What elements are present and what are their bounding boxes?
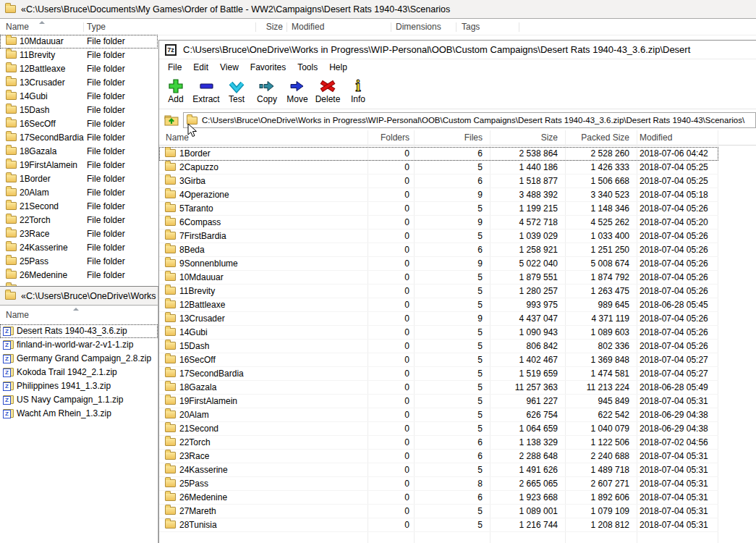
archive-row[interactable]: 19FirstAlamein05961 227945 8492018-07-04… [159,395,718,408]
zip-file-row[interactable]: Philippines 1941_1.3.zip [0,379,158,393]
menu-file[interactable]: File [163,61,188,74]
zip-file-row[interactable]: US Navy Campaign_1.1.zip [0,393,158,407]
zips-address-bar[interactable]: «C:\Users\Bruce\OneDrive\Works [0,287,158,306]
toolbar-delete-button[interactable]: Delete [313,75,343,109]
folder-type: File folder [87,201,125,211]
archive-row[interactable]: 5Taranto051 199 2151 148 3462018-07-04 0… [159,202,718,216]
folder-icon [165,218,176,226]
folder-row[interactable]: 20AlamFile folder [0,186,158,200]
folder-row[interactable]: 16SecOffFile folder [0,117,158,131]
folder-row[interactable]: 1BorderFile folder [0,172,158,186]
folder-row[interactable]: 21SecondFile folder [0,200,158,214]
folder-row[interactable]: 25PassFile folder [0,255,158,269]
archive-row[interactable]: 8Beda061 258 9211 251 2502018-07-04 05:2… [159,243,718,257]
column-header-name[interactable]: Name [6,310,29,320]
archive-row[interactable]: 17SecondBardia051 519 6591 474 5812018-0… [159,367,718,381]
menu-help[interactable]: Help [324,61,354,74]
folder-row[interactable]: 26MedenineFile folder [0,269,158,282]
archive-row[interactable]: 7FirstBardia051 039 0291 033 4002018-07-… [159,230,718,243]
archive-row[interactable]: 18Gazala0511 257 36311 213 2242018-06-28… [159,381,718,395]
zip-file-name: Wacht Am Rhein_1.3.zip [17,408,111,418]
folder-row[interactable]: 15DashFile folder [0,104,158,117]
zip-file-row[interactable]: Germany Grand Campaign_2.8.zip [0,352,158,366]
archive-row[interactable]: 15Dash05806 842802 3362018-07-04 05:26 [159,340,718,353]
archive-row[interactable]: 13Crusader094 437 0474 371 1192018-07-04… [159,312,718,326]
column-header-dimensions[interactable]: Dimensions [396,22,441,32]
toolbar-move-button[interactable]: Move [282,75,313,109]
toolbar-info-button[interactable]: iInfo [343,75,373,109]
archive-row-packed-size: 1 079 109 [565,506,629,516]
toolbar-test-button[interactable]: Test [221,75,252,109]
folder-row[interactable]: 11BrevityFile folder [0,49,158,62]
archive-row[interactable]: 12Battleaxe05993 975989 6452018-06-28 05… [159,298,718,312]
sevenzip-window: 7z C:\Users\Bruce\OneDrive\Works in Prog… [158,40,756,543]
archive-row-size: 5 022 040 [490,258,558,269]
zip-file-row[interactable]: Wacht Am Rhein_1.3.zip [0,407,158,421]
column-header-modified[interactable]: Modified [292,22,324,32]
archive-row[interactable]: 6Compass094 572 7184 525 2622018-07-04 0… [159,216,718,230]
zip-file-row[interactable]: Kokoda Trail 1942_2.1.zip [0,366,158,379]
archive-row[interactable]: 11Brevity051 280 2571 263 4752018-07-04 … [159,285,718,298]
column-header-folders[interactable]: Folders [368,132,409,143]
explorer-address-bar[interactable]: «C:\Users\Bruce\Documents\My Games\Order… [0,0,756,19]
archive-row[interactable]: 9Sonnenblume095 022 0405 008 6742018-07-… [159,257,718,271]
folder-row[interactable]: 22TorchFile folder [0,214,158,227]
toolbar-copy-button[interactable]: Copy [252,75,282,109]
archive-row-packed-size: 1 474 581 [565,369,629,379]
archive-row-name: 22Torch [179,437,211,447]
column-header-tags[interactable]: Tags [462,22,480,32]
archive-row[interactable]: 28Tunisia051 216 7441 208 8122018-07-04 … [159,518,718,532]
zip-file-row[interactable]: Desert Rats 1940-43_3.6.zip [0,324,158,338]
column-header-files[interactable]: Files [414,132,483,143]
archive-row[interactable]: 21Second051 064 6591 040 0792018-06-29 0… [159,422,718,436]
column-header-packed-size[interactable]: Packed Size [565,132,629,143]
folder-row[interactable]: 17SecondBardiaFile folder [0,131,158,145]
archive-row-modified: 2018-06-29 04:38 [640,424,718,434]
folder-row[interactable]: 23RaceFile folder [0,227,158,241]
archive-row[interactable]: 24Kasserine051 491 6261 489 7182018-07-0… [159,463,718,477]
folder-name: 17SecondBardia [20,132,84,143]
archive-row[interactable]: 10Mdauuar051 879 5511 874 7922018-07-04 … [159,271,718,285]
menu-edit[interactable]: Edit [188,61,215,74]
column-header-size[interactable]: Size [258,22,283,32]
zip-file-row[interactable]: finland-in-world-war-2-v1-1.zip [0,338,158,352]
archive-row[interactable]: 3Girba061 518 8771 506 6682018-07-04 05:… [159,174,718,188]
archive-row-packed-size: 1 892 606 [565,492,629,502]
folder-row[interactable]: 24KasserineFile folder [0,241,158,255]
parent-folder-button[interactable] [162,111,181,129]
menu-favorites[interactable]: Favorites [245,61,292,74]
archive-row-modified: 2018-07-04 05:25 [640,162,718,172]
folder-row[interactable]: 10MdauuarFile folder [0,35,158,49]
archive-row-name: 11Brevity [179,286,215,296]
archive-row[interactable]: 25Pass082 665 0652 607 2712018-07-04 05:… [159,477,718,491]
archive-row[interactable]: 14Gubi051 090 9431 089 6032018-07-04 05:… [159,326,718,340]
archive-row[interactable]: 23Race062 288 6482 240 6882018-07-04 05:… [159,450,718,463]
archive-row[interactable]: 16SecOff051 402 4671 369 8482018-07-04 0… [159,353,718,367]
column-header-name[interactable]: Name [166,132,189,143]
archive-row[interactable]: 1Border062 538 8642 528 2602018-07-06 04… [159,147,718,161]
archive-row[interactable]: 20Alam05626 754622 5422018-06-29 04:38 [159,408,718,422]
archive-row[interactable]: 4Operazione093 488 3923 340 5232018-07-0… [159,188,718,202]
folder-row[interactable]: 13CrusaderFile folder [0,76,158,90]
folder-row[interactable]: 14GubiFile folder [0,90,158,104]
sevenzip-address-field[interactable]: C:\Users\Bruce\OneDrive\Works in Progres… [183,112,756,128]
toolbar-extract-button[interactable]: Extract [191,75,221,109]
toolbar-add-button[interactable]: Add [161,75,191,109]
archive-row[interactable]: 22Torch061 138 3291 122 5062018-07-02 04… [159,436,718,450]
archive-row[interactable]: 27Mareth051 089 0011 079 1092018-07-04 0… [159,505,718,518]
sevenzip-address-path: C:\Users\Bruce\OneDrive\Works in Progres… [202,116,744,125]
menu-tools[interactable]: Tools [292,61,324,74]
folder-row[interactable]: 12BattleaxeFile folder [0,62,158,76]
folder-icon [165,369,176,377]
folder-row[interactable]: 19FirstAlameinFile folder [0,159,158,172]
folder-row[interactable]: 18GazalaFile folder [0,145,158,159]
sevenzip-titlebar[interactable]: 7z C:\Users\Bruce\OneDrive\Works in Prog… [159,41,756,59]
column-header-modified[interactable]: Modified [640,132,718,143]
column-header-name[interactable]: Name [6,22,29,32]
archive-row[interactable]: 2Capuzzo051 440 1861 426 3332018-07-04 0… [159,161,718,174]
menu-view[interactable]: View [215,61,245,74]
archive-row[interactable]: 26Medenine061 923 6681 892 6062018-07-04… [159,491,718,505]
column-header-size[interactable]: Size [490,132,558,143]
column-header-type[interactable]: Type [87,22,106,32]
folder-icon [6,230,17,237]
